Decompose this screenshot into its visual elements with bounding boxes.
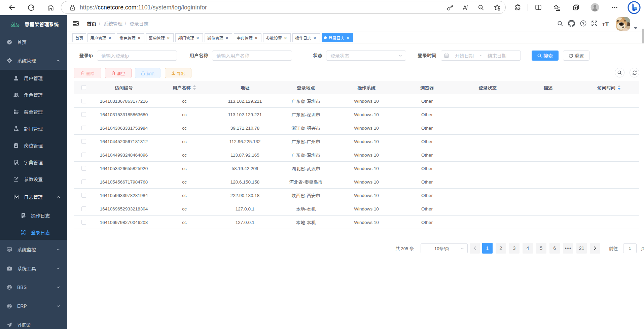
svg-text:T: T [602,22,605,27]
svg-text:T: T [605,21,609,27]
